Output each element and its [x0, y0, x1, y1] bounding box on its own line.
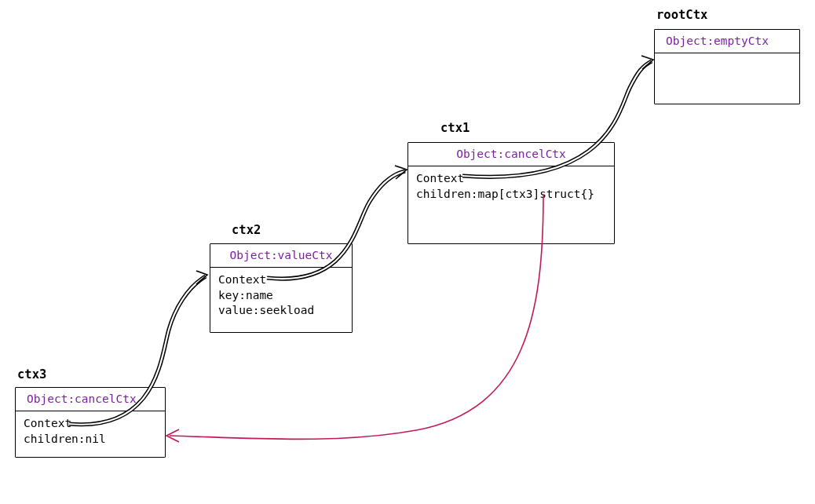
- node-body-ctx3: Context children:nil: [16, 411, 165, 451]
- node-ctx2: Object:valueCtx Context key:name value:s…: [210, 243, 353, 333]
- node-ctx1: Object:cancelCtx Context children:map[ct…: [408, 142, 615, 244]
- node-title-ctx3: ctx3: [17, 367, 46, 382]
- node-header-ctx3: Object:cancelCtx: [16, 388, 165, 411]
- node-body-rootctx: [655, 53, 799, 63]
- node-body-ctx2: Context key:name value:seekload: [210, 268, 352, 323]
- node-header-ctx2: Object:valueCtx: [210, 244, 352, 268]
- node-body-ctx1: Context children:map[ctx3]struct{}: [408, 166, 614, 206]
- node-title-rootctx: rootCtx: [656, 8, 707, 22]
- node-rootctx: Object:emptyCtx: [654, 29, 800, 104]
- node-title-ctx1: ctx1: [440, 121, 470, 135]
- node-ctx3: Object:cancelCtx Context children:nil: [15, 387, 166, 458]
- node-title-ctx2: ctx2: [232, 223, 261, 237]
- node-header-ctx1: Object:cancelCtx: [408, 143, 614, 166]
- node-header-rootctx: Object:emptyCtx: [655, 30, 799, 53]
